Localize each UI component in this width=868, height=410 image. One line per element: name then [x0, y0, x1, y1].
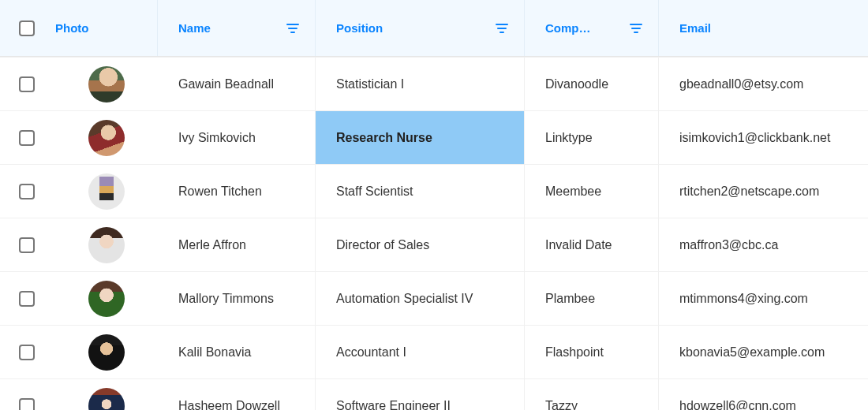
- row-position-cell[interactable]: Research Nurse: [316, 111, 525, 164]
- avatar: [88, 66, 125, 102]
- row-name: Mallory Timmons: [178, 292, 274, 306]
- row-name: Hasheem Dowzell: [178, 399, 280, 411]
- row-email-cell[interactable]: isimkovich1@clickbank.net: [659, 111, 868, 164]
- row-checkbox[interactable]: [19, 76, 35, 92]
- row-position: Research Nurse: [336, 131, 432, 145]
- row-name-cell[interactable]: Kalil Bonavia: [158, 326, 316, 378]
- table-row[interactable]: Gawain BeadnallStatistician IDivanoodleg…: [0, 57, 868, 110]
- row-photo-cell: [55, 111, 158, 164]
- row-name-cell[interactable]: Ivy Simkovich: [158, 111, 316, 164]
- row-checkbox-cell: [0, 58, 55, 110]
- table-row[interactable]: Ivy SimkovichResearch NurseLinktypeisimk…: [0, 110, 868, 164]
- row-name-cell[interactable]: Gawain Beadnall: [158, 58, 316, 110]
- row-position: Accountant I: [336, 345, 406, 360]
- avatar: [88, 281, 125, 317]
- row-company-cell[interactable]: Divanoodle: [525, 58, 659, 110]
- row-photo-cell: [55, 379, 158, 410]
- row-position-cell[interactable]: Director of Sales: [316, 218, 525, 271]
- row-company: Plambee: [545, 292, 595, 306]
- row-checkbox-cell: [0, 272, 55, 325]
- row-checkbox-cell: [0, 111, 55, 164]
- data-grid: Photo Name Position Comp… Email Gawain B…: [0, 0, 868, 410]
- row-position: Statistician I: [336, 77, 404, 91]
- row-name-cell[interactable]: Merle Affron: [158, 218, 316, 271]
- select-all-checkbox[interactable]: [19, 20, 35, 36]
- row-position-cell[interactable]: Software Engineer II: [316, 379, 525, 410]
- row-photo-cell: [55, 218, 158, 271]
- row-name: Merle Affron: [178, 238, 246, 252]
- row-company-cell[interactable]: Linktype: [525, 111, 659, 164]
- header-email[interactable]: Email: [659, 0, 868, 56]
- avatar: [88, 173, 125, 210]
- header-photo-label: Photo: [55, 21, 89, 35]
- filter-icon[interactable]: [630, 24, 642, 33]
- row-company-cell[interactable]: Meembee: [525, 165, 659, 218]
- header-photo[interactable]: Photo: [55, 0, 158, 56]
- header-position[interactable]: Position: [316, 0, 525, 56]
- avatar: [88, 120, 125, 156]
- header-checkbox-cell: [0, 0, 55, 56]
- row-checkbox[interactable]: [19, 237, 35, 253]
- row-company: Invalid Date: [545, 238, 612, 252]
- row-company: Flashpoint: [545, 345, 604, 360]
- header-company[interactable]: Comp…: [525, 0, 659, 56]
- table-row[interactable]: Merle AffronDirector of SalesInvalid Dat…: [0, 218, 868, 271]
- avatar: [88, 227, 125, 263]
- row-position-cell[interactable]: Statistician I: [316, 58, 525, 110]
- row-position: Automation Specialist IV: [336, 292, 473, 306]
- row-checkbox[interactable]: [19, 130, 35, 146]
- row-company: Tazzy: [545, 399, 578, 411]
- row-email: rtitchen2@netscape.com: [679, 184, 819, 199]
- row-checkbox-cell: [0, 165, 55, 218]
- header-position-label: Position: [336, 21, 383, 35]
- header-company-label: Comp…: [545, 21, 591, 35]
- row-position-cell[interactable]: Automation Specialist IV: [316, 272, 525, 325]
- row-checkbox-cell: [0, 326, 55, 378]
- row-company-cell[interactable]: Tazzy: [525, 379, 659, 410]
- row-checkbox-cell: [0, 379, 55, 410]
- avatar: [88, 334, 125, 371]
- row-email-cell[interactable]: gbeadnall0@etsy.com: [659, 58, 868, 110]
- row-name-cell[interactable]: Rowen Titchen: [158, 165, 316, 218]
- row-email: isimkovich1@clickbank.net: [679, 131, 830, 145]
- row-email-cell[interactable]: hdowzell6@cnn.com: [659, 379, 868, 410]
- row-name-cell[interactable]: Hasheem Dowzell: [158, 379, 316, 410]
- row-checkbox[interactable]: [19, 184, 35, 199]
- row-position-cell[interactable]: Accountant I: [316, 326, 525, 378]
- row-position-cell[interactable]: Staff Scientist: [316, 165, 525, 218]
- row-company-cell[interactable]: Plambee: [525, 272, 659, 325]
- row-name: Rowen Titchen: [178, 184, 262, 199]
- row-checkbox[interactable]: [19, 398, 35, 411]
- row-email-cell[interactable]: mtimmons4@xing.com: [659, 272, 868, 325]
- table-row[interactable]: Kalil BonaviaAccountant IFlashpointkbona…: [0, 325, 868, 378]
- row-email-cell[interactable]: kbonavia5@example.com: [659, 326, 868, 378]
- row-photo-cell: [55, 272, 158, 325]
- row-name: Ivy Simkovich: [178, 131, 256, 145]
- table-row[interactable]: Hasheem DowzellSoftware Engineer IITazzy…: [0, 378, 868, 410]
- row-position: Director of Sales: [336, 238, 429, 252]
- row-checkbox[interactable]: [19, 345, 35, 360]
- header-email-label: Email: [679, 21, 711, 35]
- row-name: Gawain Beadnall: [178, 77, 274, 91]
- filter-icon[interactable]: [286, 24, 299, 33]
- header-row: Photo Name Position Comp… Email: [0, 0, 868, 57]
- table-row[interactable]: Rowen TitchenStaff ScientistMeembeertitc…: [0, 164, 868, 218]
- row-email-cell[interactable]: rtitchen2@netscape.com: [659, 165, 868, 218]
- row-position: Staff Scientist: [336, 184, 413, 199]
- row-photo-cell: [55, 165, 158, 218]
- filter-icon[interactable]: [496, 24, 508, 33]
- table-row[interactable]: Mallory TimmonsAutomation Specialist IVP…: [0, 271, 868, 325]
- header-name-label: Name: [178, 21, 211, 35]
- row-name: Kalil Bonavia: [178, 345, 252, 360]
- row-company-cell[interactable]: Invalid Date: [525, 218, 659, 271]
- row-position: Software Engineer II: [336, 399, 451, 411]
- row-company-cell[interactable]: Flashpoint: [525, 326, 659, 378]
- row-email-cell[interactable]: maffron3@cbc.ca: [659, 218, 868, 271]
- header-name[interactable]: Name: [158, 0, 316, 56]
- row-email: gbeadnall0@etsy.com: [679, 77, 803, 91]
- row-email: maffron3@cbc.ca: [679, 238, 778, 252]
- row-company: Linktype: [545, 131, 593, 145]
- row-checkbox[interactable]: [19, 291, 35, 307]
- row-name-cell[interactable]: Mallory Timmons: [158, 272, 316, 325]
- row-email: kbonavia5@example.com: [679, 345, 825, 360]
